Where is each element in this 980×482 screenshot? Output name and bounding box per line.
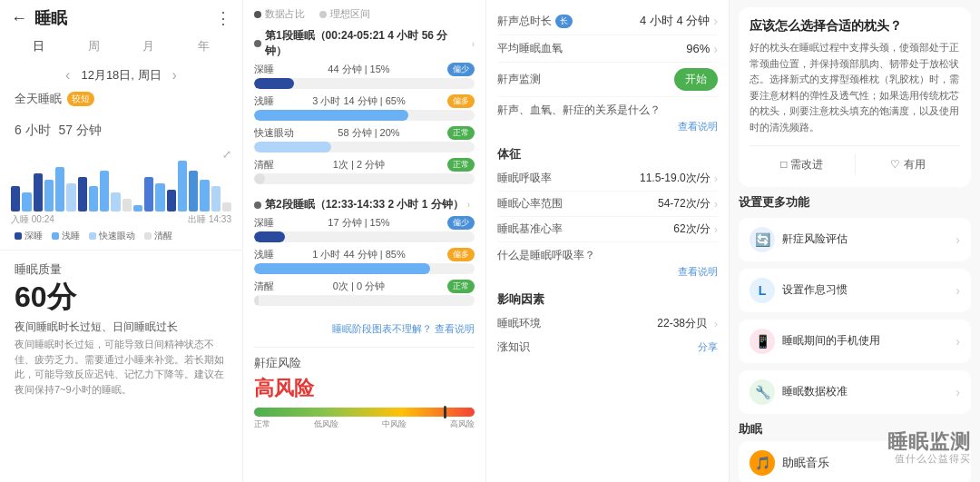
sleep-segment-2: 第2段睡眠（12:33-14:33 2 小时 1 分钟） › 深睡 17 分钟 … <box>254 197 475 311</box>
p2-header: 数据占比 理想区间 <box>254 7 475 21</box>
rest-habit-arrow: › <box>956 283 960 298</box>
legend-awake: 清醒 <box>144 230 172 242</box>
snore-risk-icon: 🔄 <box>750 227 775 252</box>
sleep-overview-panel: ← 睡眠 ⋮ 日 周 月 年 ‹ 12月18日, 周日 › 全天睡眠 较短 6 … <box>0 0 243 482</box>
stage-deep-1: 深睡 44 分钟 | 15% 偏少 <box>254 63 475 89</box>
rest-habit-icon: L <box>750 278 775 303</box>
breathing-rate-question: 什么是睡眠呼吸率？ <box>497 242 718 265</box>
legend-rem: 快速眼动 <box>89 230 135 242</box>
legend-light-sleep: 浅睡 <box>52 230 80 242</box>
chart-legend: 深睡 浅睡 快速眼动 清醒 <box>0 226 242 246</box>
p2-data-ratio-tab[interactable]: 数据占比 <box>254 7 305 21</box>
quality-subtitle: 夜间睡眠时长过短、日间睡眠过长 <box>15 320 228 335</box>
snore-total-row: 鼾声总时长 长 4 小时 4 分钟 › <box>497 7 718 35</box>
breathing-rate-link[interactable]: 查看说明 <box>497 265 718 284</box>
p2-ideal-range-tab[interactable]: 理想区间 <box>319 7 370 21</box>
segment1-title: 第1段睡眠（00:24-05:21 4 小时 56 分钟） › <box>254 28 475 59</box>
stage-help-link[interactable]: 睡眠阶段图表不理解？ 查看说明 <box>254 322 475 336</box>
quality-label: 睡眠质量 <box>15 261 228 278</box>
stage-badge-light1: 偏多 <box>447 94 475 108</box>
assist-music-label: 助眠音乐 <box>782 455 829 471</box>
avg-spo2-value: 96% <box>686 42 710 55</box>
stage-badge-deep2: 偏少 <box>447 216 475 230</box>
tab-week[interactable]: 周 <box>81 36 107 56</box>
current-date: 12月18日, 周日 <box>81 67 161 84</box>
chart-bars <box>7 148 235 211</box>
env-value: 22-38分贝 <box>657 316 707 331</box>
snore-risk-level: 高风险 <box>254 375 475 402</box>
stage-light-1: 浅睡 3 小时 14 分钟 | 65% 偏多 <box>254 94 475 121</box>
expand-icon[interactable]: ⤢ <box>222 148 231 161</box>
breathing-rate-row: 睡眠呼吸率 11.5-19.0次/分 › <box>497 166 718 192</box>
phone-usage-icon: 📱 <box>750 329 775 354</box>
rest-habit-label: 设置作息习惯 <box>782 282 848 298</box>
stage-awake-1: 清醒 1次 | 2 分钟 正常 <box>254 158 475 184</box>
avg-spo2-row: 平均睡眠血氧 96% › <box>497 35 718 63</box>
stage-rem-1: 快速眼动 58 分钟 | 20% 正常 <box>254 126 475 152</box>
tab-month[interactable]: 月 <box>135 36 162 56</box>
share-button[interactable]: 分享 <box>698 340 718 354</box>
assist-section: 助眠 🎵 助眠音乐 <box>730 418 980 482</box>
impact-title: 影响因素 <box>497 291 718 308</box>
snore-total-badge: 长 <box>555 15 573 28</box>
avg-spo2-label: 平均睡眠血氧 <box>497 41 563 56</box>
calibrate-label: 睡眠数据校准 <box>782 384 848 399</box>
sleep-quality-section: 睡眠质量 60分 夜间睡眠时长过短、日间睡眠过长 夜间睡眠时长过短，可能导致日间… <box>0 254 242 404</box>
feature-calibrate[interactable]: 🔧 睡眠数据校准 › <box>739 370 971 414</box>
snore-risk-section: 鼾症风险 高风险 正常 低风险 中风险 高风险 <box>254 347 475 430</box>
sleep-summary: 全天睡眠 较短 6 小时 57 分钟 <box>0 87 242 144</box>
snore-risk-bar <box>254 408 475 417</box>
calibrate-icon: 🔧 <box>750 379 775 405</box>
improve-button[interactable]: □ 需改进 <box>750 153 855 176</box>
tab-day[interactable]: 日 <box>25 36 52 56</box>
tab-year[interactable]: 年 <box>191 36 217 56</box>
feature-phone-usage[interactable]: 📱 睡眠期间的手机使用 › <box>739 320 971 363</box>
more-features-title: 设置更多功能 <box>730 191 980 214</box>
knowledge-label: 涨知识 <box>497 339 530 355</box>
phone-usage-label: 睡眠期间的手机使用 <box>782 333 880 349</box>
stage-badge-rem1: 正常 <box>447 126 475 140</box>
stage-awake-2: 清醒 0次 | 0 分钟 正常 <box>254 280 475 306</box>
sleep-duration-badge: 较短 <box>67 92 94 106</box>
chart-times: 入睡 00:24 出睡 14:33 <box>7 211 235 226</box>
quality-description: 夜间睡眠时长过短，可能导致日间精神状态不佳、疲劳乏力。需要通过小睡来补觉。若长期… <box>15 337 228 397</box>
date-navigation: ‹ 12月18日, 周日 › <box>0 64 242 87</box>
sleep-segment-1: 第1段睡眠（00:24-05:21 4 小时 56 分钟） › 深睡 44 分钟… <box>254 28 475 190</box>
improve-icon: □ <box>780 158 787 171</box>
prev-date-button[interactable]: ‹ <box>65 67 70 84</box>
snore-risk-label: 鼾症风险评估 <box>782 231 848 247</box>
sleep-stages-panel: 数据占比 理想区间 第1段睡眠（00:24-05:21 4 小时 56 分钟） … <box>243 0 486 482</box>
next-date-button[interactable]: › <box>172 67 177 84</box>
page-title: 睡眠 <box>34 7 208 29</box>
stage-badge-deep1: 偏少 <box>447 63 475 76</box>
snore-question: 鼾声、血氧、鼾症的关系是什么？ <box>497 97 718 120</box>
useful-button[interactable]: ♡ 有用 <box>855 153 961 176</box>
stage-deep-2: 深睡 17 分钟 | 15% 偏少 <box>254 216 475 242</box>
feature-snore-risk[interactable]: 🔄 鼾症风险评估 › <box>739 218 971 261</box>
sleep-chart: ⤢ 入睡 00:24 出睡 14:33 <box>0 144 242 226</box>
vitals-section-title: 体征 <box>497 139 718 166</box>
snore-question-link[interactable]: 查看说明 <box>497 120 718 139</box>
snore-risk-scale: 正常 低风险 中风险 高风险 <box>254 418 475 430</box>
env-label: 睡眠环境 <box>497 316 541 331</box>
snore-total-arrow: › <box>713 14 718 28</box>
pillow-card-actions: □ 需改进 ♡ 有用 <box>750 145 960 176</box>
resting-heart-rate-row: 睡眠基准心率 62次/分 › <box>497 217 718 242</box>
pillow-card-title: 应该怎么选择合适的枕头？ <box>750 18 960 34</box>
assist-music-item[interactable]: 🎵 助眠音乐 <box>739 441 971 482</box>
time-tab-row: 日 周 月 年 <box>0 33 242 64</box>
snore-total-value: 4 小时 4 分钟 <box>640 13 710 29</box>
snore-monitor-button[interactable]: 开始 <box>674 68 718 91</box>
sleep-type-label: 全天睡眠 <box>15 91 62 107</box>
snore-monitor-row: 鼾声监测 开始 <box>497 63 718 97</box>
pillow-card: 应该怎么选择合适的枕头？ 好的枕头在睡眠过程中支撑头颈，使颈部处于正常颈曲位置，… <box>739 7 971 187</box>
segment2-title: 第2段睡眠（12:33-14:33 2 小时 1 分钟） › <box>254 197 475 212</box>
calibrate-arrow: › <box>956 385 960 399</box>
snore-body-panel: 鼾声总时长 长 4 小时 4 分钟 › 平均睡眠血氧 96% › 鼾声监测 开始… <box>486 0 730 482</box>
feature-rest-habit[interactable]: L 设置作息习惯 › <box>739 269 971 312</box>
more-options-icon[interactable]: ⋮ <box>215 8 231 28</box>
quality-score: 60分 <box>15 278 228 318</box>
advice-panel: 应该怎么选择合适的枕头？ 好的枕头在睡眠过程中支撑头颈，使颈部处于正常颈曲位置，… <box>730 0 980 482</box>
back-button[interactable]: ← <box>11 9 27 28</box>
heart-rate-range-row: 睡眠心率范围 54-72次/分 › <box>497 192 718 217</box>
